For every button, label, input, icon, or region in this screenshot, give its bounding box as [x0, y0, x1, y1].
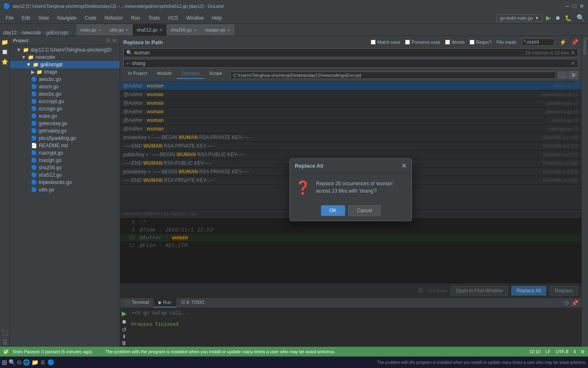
tree-item-ecccrypt[interactable]: 🔵 ecccrypt.go [10, 98, 120, 105]
tree-item-readme[interactable]: 📄 README.md [10, 142, 120, 149]
tree-item-day12[interactable]: ▼ 📁 day12 C:\Users\Tsinghua-yincheng\D [10, 46, 120, 54]
run-scroll-button[interactable]: ⬇ [122, 334, 127, 339]
menu-window[interactable]: Window [182, 13, 208, 22]
structure-icon[interactable]: 🔲 [0, 47, 9, 56]
tree-item-rsacrypt[interactable]: 🔵 rsacrypt.go [10, 149, 120, 157]
clear-replace-button[interactable]: ✕ [570, 60, 575, 67]
directory-path-input[interactable] [230, 72, 556, 79]
menu-view[interactable]: View [34, 13, 53, 22]
replace-input[interactable] [132, 61, 570, 66]
favorites-icon[interactable]: ⭐ [0, 57, 9, 66]
tree-item-getecckey[interactable]: 🔵 getecckey.go [10, 120, 120, 127]
run-rerun-button[interactable]: ↺ [122, 326, 127, 333]
tab-todo[interactable]: ☑ 6: TODO [176, 298, 209, 307]
tree-item-sha256[interactable]: 🔵 sha256.go [10, 164, 120, 171]
words-checkbox[interactable] [445, 40, 450, 45]
expand-scope-button[interactable]: ⊞ [569, 71, 578, 79]
tree-item-getrsakey[interactable]: 🔵 getrsakey.go [10, 127, 120, 135]
menu-edit[interactable]: Edit [18, 13, 34, 22]
browse-button[interactable]: ... [558, 72, 567, 79]
tab-main-go-close[interactable]: ✕ [98, 28, 101, 32]
menu-navigate[interactable]: Navigate [53, 13, 80, 22]
terminal-icon[interactable]: ⬛ [0, 328, 9, 337]
taskbar-app-2[interactable]: 📁 [31, 359, 38, 366]
project-icon[interactable]: 📁 [0, 38, 9, 47]
pin-icon[interactable]: 📌 [571, 39, 578, 45]
tab-terminal[interactable]: ⬛ Terminal [120, 298, 154, 307]
run-pin-icon[interactable]: 📌 [571, 300, 578, 306]
tree-item-utils[interactable]: 🔵 utils.go [10, 186, 120, 193]
file-mask-input[interactable] [522, 38, 555, 46]
match-case-checkbox[interactable] [371, 40, 376, 45]
match-case-option[interactable]: Match case [371, 40, 400, 45]
database-icon[interactable]: 🗄 [1, 338, 9, 347]
search-input[interactable] [134, 50, 526, 56]
menu-file[interactable]: File [2, 13, 18, 22]
run-clear-button[interactable]: 🗑 [122, 340, 127, 346]
close-button[interactable]: ✕ [579, 3, 585, 9]
breadcrumb-day12[interactable]: day12 [3, 30, 17, 36]
tab-scope[interactable]: Scope [205, 70, 227, 79]
project-expand-icon[interactable]: ⊞ [112, 38, 116, 43]
words-option[interactable]: Words [445, 40, 465, 45]
taskbar-app-3[interactable]: 🖥 [40, 359, 46, 366]
menu-vcs[interactable]: VCS [164, 13, 182, 22]
maximize-button[interactable]: □ [572, 3, 577, 9]
run-stop-button[interactable]: ■ [122, 318, 127, 325]
title-bar-controls[interactable]: ─ □ ✕ [564, 3, 585, 9]
tree-item-tripledescbc[interactable]: 🔵 tripledescbc.go [10, 179, 120, 186]
tab-sha512-go-close[interactable]: ✕ [159, 28, 163, 32]
tree-item-aescbc[interactable]: 🔵 aescbc.go [10, 76, 120, 83]
tree-item-pkcs5[interactable]: 🔵 pkcs5padding.go [10, 135, 120, 142]
tab-module[interactable]: Module [152, 70, 176, 79]
dialog-ok-button[interactable]: OK [321, 205, 345, 216]
regex-option[interactable]: Regex? [470, 40, 492, 45]
tree-item-eccsign[interactable]: 🔵 eccsign.go [10, 105, 120, 112]
breadcrumb-newcode[interactable]: newcode [22, 30, 41, 36]
tab-run[interactable]: ▶ Run [154, 298, 176, 307]
run-play-button[interactable]: ▶ [122, 310, 127, 317]
dialog-cancel-button[interactable]: Cancel [348, 205, 381, 216]
run-button[interactable]: ▶ [544, 13, 552, 22]
database-sidebar-tab[interactable]: Database [582, 36, 588, 57]
breadcrumb-goencrypt[interactable]: goEncrypt [46, 30, 68, 36]
tree-item-aesctr[interactable]: 🔵 aesctr.go [10, 83, 120, 90]
menu-run[interactable]: Run [127, 13, 144, 22]
tab-main-go[interactable]: main.go ✕ [76, 24, 105, 36]
menu-refactor[interactable]: Refactor [100, 13, 127, 22]
tab-sha256-go-close[interactable]: ✕ [194, 28, 197, 32]
taskbar-goland[interactable]: 🔵 [47, 359, 54, 366]
tree-item-goencrypt[interactable]: ▼ 📁 goEncrypt [10, 61, 120, 68]
debug-button[interactable]: 🐛 [563, 14, 573, 22]
filter-icon[interactable]: ⚡ [559, 39, 566, 45]
tab-directory[interactable]: Directory [177, 70, 205, 79]
run-settings-icon[interactable]: ⚙ [564, 300, 570, 306]
stop-button[interactable]: ■ [554, 13, 561, 22]
preserve-case-checkbox[interactable] [405, 40, 410, 45]
search-taskbar[interactable]: 🔍 [9, 359, 16, 366]
tab-sha512-go[interactable]: sha512.go ✕ [133, 24, 167, 36]
tab-utils-go-close[interactable]: ✕ [125, 28, 129, 32]
tab-utils-go[interactable]: utils.go ✕ [105, 24, 133, 36]
dialog-close-button[interactable]: ✕ [401, 162, 407, 170]
tab-sha256-go[interactable]: sha256.go ✕ [167, 24, 200, 36]
tree-item-sha512[interactable]: 🔵 sha512.go [10, 171, 120, 179]
run-config[interactable]: go build main.go ▼ [497, 14, 543, 22]
tree-item-image[interactable]: ▶ 📁 image [10, 68, 120, 76]
minimize-button[interactable]: ─ [564, 3, 570, 9]
tree-item-rsasign[interactable]: 🔵 rsasign.go [10, 157, 120, 164]
menu-help[interactable]: Help [208, 13, 226, 22]
menu-tools[interactable]: Tools [144, 13, 164, 22]
tree-item-ecies[interactable]: 🔵 ecies.go [10, 112, 120, 120]
preserve-case-option[interactable]: Preserve case [405, 40, 440, 45]
menu-code[interactable]: Code [80, 13, 100, 22]
clear-search-button[interactable]: ✕ [570, 49, 575, 56]
tab-in-project[interactable]: In Project [123, 70, 152, 79]
regex-checkbox[interactable] [470, 40, 474, 45]
tree-item-newcode[interactable]: ▼ 📁 newcode [10, 54, 120, 61]
settings-icon-status[interactable]: ⚙ [581, 349, 585, 355]
tab-rsasign-go-close[interactable]: ✕ [227, 28, 230, 32]
start-button[interactable]: ⊞ [2, 359, 7, 366]
tree-item-descbc[interactable]: 🔵 descbc.go [10, 90, 120, 98]
project-gear-icon[interactable]: ⚙ [106, 38, 111, 43]
